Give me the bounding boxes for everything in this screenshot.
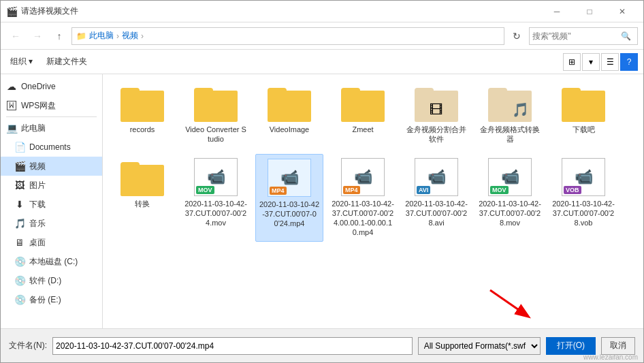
- help-button[interactable]: ?: [620, 53, 638, 71]
- sidebar-label-backup-e: 备份 (E:): [29, 294, 61, 306]
- folder-jinconvert-icon: 🎵: [488, 84, 532, 122]
- breadcrumb-sep1: ›: [116, 31, 119, 41]
- folder-zmeet[interactable]: Zmeet: [329, 80, 397, 148]
- file-vob1[interactable]: 📹 VOB 2020-11-03-10-42-37.CUT.00'07-00'2…: [549, 154, 617, 242]
- view-details-button[interactable]: ☰: [601, 53, 619, 71]
- folder-videoimage[interactable]: VideoImage: [255, 80, 323, 148]
- badge-mp4-sel: MP4: [270, 187, 287, 195]
- filename-input[interactable]: [52, 337, 413, 355]
- close-button[interactable]: ✕: [607, 1, 638, 22]
- badge-vob1: VOB: [564, 186, 581, 194]
- sidebar-item-local-c[interactable]: 💿 本地磁盘 (C:): [1, 252, 102, 271]
- file-mp4-2[interactable]: 📹 MP4 2020-11-03-10-42-37.CUT.00'07-00'2…: [329, 154, 397, 242]
- open-button[interactable]: 打开(O): [546, 337, 596, 355]
- folder-zhuanhuan[interactable]: 转换: [108, 154, 176, 242]
- folder-zhuanhuan-label: 转换: [135, 199, 150, 208]
- view-dropdown-button[interactable]: ▾: [582, 53, 600, 71]
- sidebar-label-pictures: 图片: [29, 180, 46, 191]
- file-mov2-label: 2020-11-03-10-42-37.CUT.00'07-00'28.mov: [479, 199, 541, 228]
- sidebar-item-music[interactable]: 🎵 音乐: [1, 214, 102, 233]
- action-bar: 组织 ▾ 新建文件夹 ⊞ ▾ ☰ ?: [1, 50, 643, 74]
- videos-icon: 🎬: [14, 161, 25, 172]
- minimize-button[interactable]: ─: [541, 1, 573, 22]
- title-controls: ─ □ ✕: [541, 1, 638, 22]
- sidebar-label-desktop: 桌面: [29, 237, 46, 249]
- folder-xiazaba[interactable]: 下载吧: [549, 80, 617, 148]
- sidebar-label-local-c: 本地磁盘 (C:): [29, 256, 78, 268]
- sidebar-item-downloads[interactable]: ⬇ 下载: [1, 195, 102, 214]
- folder-zmeet-label: Zmeet: [352, 125, 373, 134]
- svg-line-1: [490, 290, 528, 316]
- sidebar-item-desktop[interactable]: 🖥 桌面: [1, 233, 102, 252]
- wps-icon: 🅆: [6, 100, 17, 111]
- search-box: 🔍: [529, 27, 638, 45]
- view-controls: ⊞ ▾ ☰ ?: [563, 53, 638, 71]
- folder-records[interactable]: records: [108, 80, 176, 148]
- format-select[interactable]: All Supported Formats(*.swf;: [418, 337, 541, 355]
- forward-button[interactable]: →: [28, 27, 47, 46]
- search-icon[interactable]: 🔍: [621, 31, 631, 41]
- file-mp4-selected-icon: 📹 MP4: [268, 159, 311, 197]
- file-mp4-selected[interactable]: 📹 MP4 2020-11-03-10-42-37.CUT.00'07-00'2…: [255, 154, 323, 242]
- camera-icon-mp4-sel: 📹: [280, 169, 299, 187]
- folder-jinsplit[interactable]: 🎞 金舟视频分割合并软件: [402, 80, 470, 148]
- maximize-button[interactable]: □: [574, 1, 605, 22]
- organize-button[interactable]: 组织 ▾: [6, 54, 37, 69]
- refresh-button[interactable]: ↻: [507, 27, 526, 46]
- pictures-icon: 🖼: [14, 180, 25, 191]
- sidebar-item-wps[interactable]: 🅆 WPS网盘: [1, 96, 102, 115]
- file-vob1-icon: 📹 VOB: [562, 158, 605, 196]
- file-mov1-icon: 📹 MOV: [194, 158, 238, 196]
- sidebar-item-thispc[interactable]: 💻 此电脑: [1, 119, 102, 138]
- title-bar: 🎬 请选择视频文件 ─ □ ✕: [1, 1, 643, 22]
- file-vob1-label: 2020-11-03-10-42-37.CUT.00'07-00'28.vob: [552, 199, 615, 228]
- camera-icon-mp4-2: 📹: [354, 168, 372, 186]
- sidebar-item-software-d[interactable]: 💿 软件 (D:): [1, 271, 102, 290]
- folder-xiazaba-label: 下载吧: [573, 125, 595, 134]
- sidebar-item-onedrive[interactable]: ☁ OneDrive: [1, 77, 102, 96]
- file-dialog: 🎬 请选择视频文件 ─ □ ✕ ← → ↑ 📁 此电脑 › 视频 › ↻ 🔍 组…: [0, 0, 644, 363]
- sidebar-item-videos[interactable]: 🎬 视频: [1, 157, 102, 176]
- main-area: ☁ OneDrive 🅆 WPS网盘 💻 此电脑 📄 Documents 🎬 视…: [1, 74, 643, 328]
- back-button[interactable]: ←: [6, 27, 25, 46]
- cancel-button[interactable]: 取消: [601, 337, 635, 355]
- folder-videoimage-icon: [268, 84, 311, 122]
- sidebar-sep1: [6, 116, 97, 117]
- new-folder-button[interactable]: 新建文件夹: [42, 54, 91, 69]
- folder-jinconvert[interactable]: 🎵 金舟视频格式转换器: [476, 80, 544, 148]
- file-mov1[interactable]: 📹 MOV 2020-11-03-10-42-37.CUT.00'07-00'2…: [182, 154, 250, 242]
- file-mov2-icon: 📹 MOV: [488, 158, 532, 196]
- sidebar-label-software-d: 软件 (D:): [29, 275, 61, 287]
- folder-zmeet-icon: [341, 84, 385, 122]
- file-avi1-label: 2020-11-03-10-42-37.CUT.00'07-00'28.avi: [405, 199, 468, 228]
- breadcrumb-thispc[interactable]: 此电脑: [89, 30, 114, 42]
- folder-vcs-label: Video Converter Studio: [184, 125, 247, 144]
- breadcrumb-videos[interactable]: 视频: [122, 30, 138, 42]
- camera-icon-vob: 📹: [575, 168, 593, 186]
- folder-icon: 📁: [76, 31, 86, 41]
- dialog-title: 请选择视频文件: [21, 5, 78, 17]
- sidebar-item-documents[interactable]: 📄 Documents: [1, 138, 102, 157]
- camera-icon-avi: 📹: [428, 168, 446, 186]
- file-mov2[interactable]: 📹 MOV 2020-11-03-10-42-37.CUT.00'07-00'2…: [476, 154, 544, 242]
- breadcrumb[interactable]: 📁 此电脑 › 视频 ›: [71, 27, 504, 45]
- thispc-icon: 💻: [6, 123, 17, 133]
- folder-jinsplit-icon: 🎞: [415, 84, 458, 122]
- folder-records-icon: [120, 84, 164, 122]
- drive-c-icon: 💿: [14, 256, 25, 267]
- sidebar-item-backup-e[interactable]: 💿 备份 (E:): [1, 290, 102, 309]
- sidebar-item-pictures[interactable]: 🖼 图片: [1, 176, 102, 195]
- dialog-icon: 🎬: [6, 6, 17, 17]
- file-mp4-2-icon: 📹 MP4: [341, 158, 385, 196]
- folder-vcs-icon: [194, 84, 238, 122]
- file-avi1[interactable]: 📹 AVI 2020-11-03-10-42-37.CUT.00'07-00'2…: [402, 154, 470, 242]
- red-arrow: [483, 283, 538, 324]
- search-input[interactable]: [532, 31, 621, 41]
- up-button[interactable]: ↑: [50, 27, 69, 46]
- folder-vcs[interactable]: Video Converter Studio: [182, 80, 250, 148]
- music-icon: 🎵: [14, 218, 25, 229]
- sidebar-label-thispc: 此电脑: [21, 123, 46, 134]
- sidebar-label-music: 音乐: [29, 218, 46, 230]
- breadcrumb-sep2: ›: [141, 31, 144, 41]
- view-large-icon-button[interactable]: ⊞: [563, 53, 581, 71]
